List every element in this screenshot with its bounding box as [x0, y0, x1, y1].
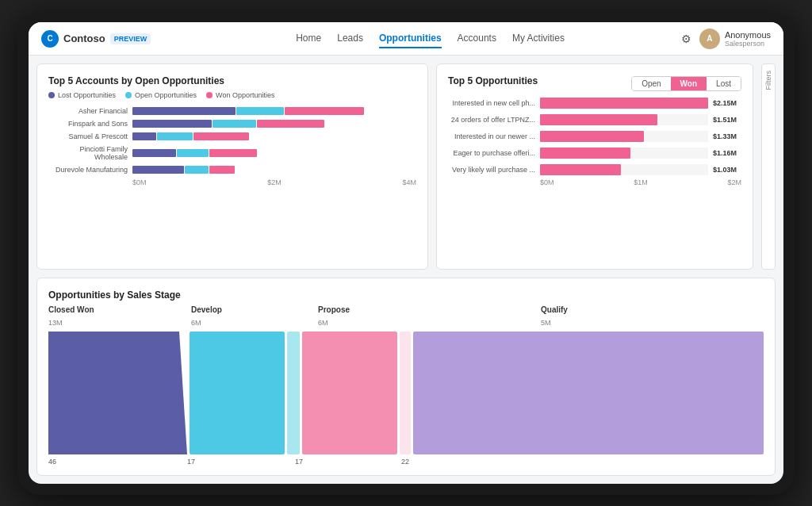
table-row: Samuel & Prescott — [48, 132, 416, 140]
horiz-x-0: $0M — [540, 178, 554, 186]
won-bar — [209, 166, 235, 174]
tab-lost[interactable]: Lost — [707, 77, 741, 90]
bar-label: Asher Financial — [48, 107, 128, 115]
top5-accounts-title: Top 5 Accounts by Open Opportunities — [48, 75, 416, 86]
tab-open[interactable]: Open — [632, 77, 670, 90]
nav-home[interactable]: Home — [296, 29, 321, 48]
lost-bar — [132, 132, 156, 140]
list-item: Interested in new cell ph... $2.15M — [448, 98, 741, 109]
bar-group — [132, 120, 416, 128]
bar-segments — [132, 149, 416, 157]
top5-opps-header: Top 5 Opportunities Open Won Lost — [448, 75, 741, 91]
legend-open-label: Open Opportunities — [135, 91, 197, 99]
bar-segments — [132, 120, 416, 128]
horiz-bar-fill — [540, 164, 621, 175]
nav-accounts[interactable]: Accounts — [458, 29, 496, 48]
bar-label: Samuel & Prescott — [48, 132, 128, 140]
horiz-bar-wrap — [540, 164, 708, 175]
table-row: Asher Financial — [48, 107, 416, 115]
bar-segments — [132, 166, 416, 174]
funnel-propose-small — [400, 332, 411, 454]
won-bar — [257, 120, 324, 128]
horiz-bar-wrap — [540, 98, 708, 109]
horiz-x-axis: $0M $1M $2M — [448, 178, 741, 186]
open-bar — [177, 149, 209, 157]
bar-group — [132, 166, 416, 174]
lost-dot — [48, 92, 55, 98]
username-block: Anonymous Salesperson — [725, 30, 771, 48]
funnel-panel: Opportunities by Sales Stage Closed Won … — [36, 278, 776, 476]
x-axis: $0M $2M $4M — [48, 178, 416, 186]
opp-value: $2.15M — [713, 99, 741, 107]
user-avatar: A Anonymous Salesperson — [699, 29, 771, 49]
count-propose: 17 — [295, 458, 401, 466]
open-bar — [213, 120, 256, 128]
nav-links: Home Leads Opportunities Accounts My Act… — [179, 29, 681, 48]
horiz-bar-fill — [540, 131, 644, 142]
open-dot — [125, 92, 132, 98]
funnel-closed-won — [48, 332, 187, 454]
won-bar — [193, 132, 249, 140]
list-item: 24 orders of offer LTPNZ... $1.51M — [448, 114, 741, 125]
open-bar — [236, 107, 284, 115]
won-dot — [206, 92, 213, 98]
lost-bar — [132, 120, 212, 128]
lost-bar — [132, 149, 176, 157]
username: Anonymous — [725, 30, 771, 40]
opp-label: Interested in our newer ... — [448, 132, 535, 140]
count-qualify: 22 — [401, 458, 764, 466]
bar-segments — [132, 132, 416, 140]
legend-won: Won Opportunities — [206, 91, 274, 99]
stage-label-closed-won: Closed Won 13M — [48, 305, 191, 328]
open-bar — [157, 132, 193, 140]
bar-chart: Asher Financial Finspark a — [48, 107, 416, 174]
nav-myactivities[interactable]: My Activities — [512, 29, 565, 48]
bar-group — [132, 149, 416, 157]
side-filter-panel[interactable]: Filters — [761, 63, 776, 270]
count-develop: 17 — [187, 458, 295, 466]
horiz-bar-fill — [540, 114, 657, 125]
opp-label: Very likely will purchase ... — [448, 166, 535, 174]
horiz-bar-fill — [540, 148, 630, 159]
lost-bar — [132, 166, 184, 174]
legend-lost-label: Lost Opportunities — [58, 91, 116, 99]
bar-group — [132, 107, 416, 115]
table-row: Pinciotti Family Wholesale — [48, 145, 416, 161]
x-label-4: $4M — [402, 178, 416, 186]
nav-right: ⚙ A Anonymous Salesperson — [681, 29, 771, 49]
horiz-bar-wrap — [540, 148, 708, 159]
x-label-0: $0M — [132, 178, 147, 186]
logo-icon: C — [41, 30, 59, 48]
funnel-qualify — [413, 332, 764, 454]
horiz-x-1: $1M — [634, 178, 648, 186]
opp-label: Interested in new cell ph... — [448, 99, 535, 107]
legend-open: Open Opportunities — [125, 91, 197, 99]
horiz-bar-chart: Interested in new cell ph... $2.15M 24 o… — [448, 98, 741, 175]
list-item: Very likely will purchase ... $1.03M — [448, 164, 741, 175]
tab-group: Open Won Lost — [631, 76, 741, 91]
navbar: C Contoso PREVIEW Home Leads Opportuniti… — [29, 22, 783, 56]
lost-bar — [132, 107, 236, 115]
logo-text: Contoso — [63, 33, 105, 44]
legend-won-label: Won Opportunities — [216, 91, 274, 99]
gear-icon[interactable]: ⚙ — [681, 33, 691, 45]
top5-accounts-panel: Top 5 Accounts by Open Opportunities Los… — [36, 63, 428, 270]
opp-value: $1.16M — [713, 149, 741, 157]
legend-lost: Lost Opportunities — [48, 91, 116, 99]
top5-opps-panel: Top 5 Opportunities Open Won Lost Intere… — [436, 63, 753, 270]
bar-segments — [132, 107, 416, 115]
chart-legend: Lost Opportunities Open Opportunities Wo… — [48, 91, 416, 99]
count-closed-won: 46 — [48, 458, 187, 466]
opp-value: $1.33M — [713, 132, 741, 140]
tab-won[interactable]: Won — [671, 77, 707, 90]
horiz-bar-wrap — [540, 114, 708, 125]
svg-marker-0 — [48, 332, 187, 454]
opp-value: $1.51M — [713, 116, 741, 124]
nav-opportunities[interactable]: Opportunities — [379, 29, 442, 48]
won-bar — [285, 107, 364, 115]
opp-label: Eager to purchase offeri... — [448, 149, 535, 157]
top-row: Top 5 Accounts by Open Opportunities Los… — [36, 63, 776, 270]
funnel-propose-main — [302, 332, 397, 454]
preview-badge: PREVIEW — [110, 33, 151, 44]
nav-leads[interactable]: Leads — [337, 29, 363, 48]
